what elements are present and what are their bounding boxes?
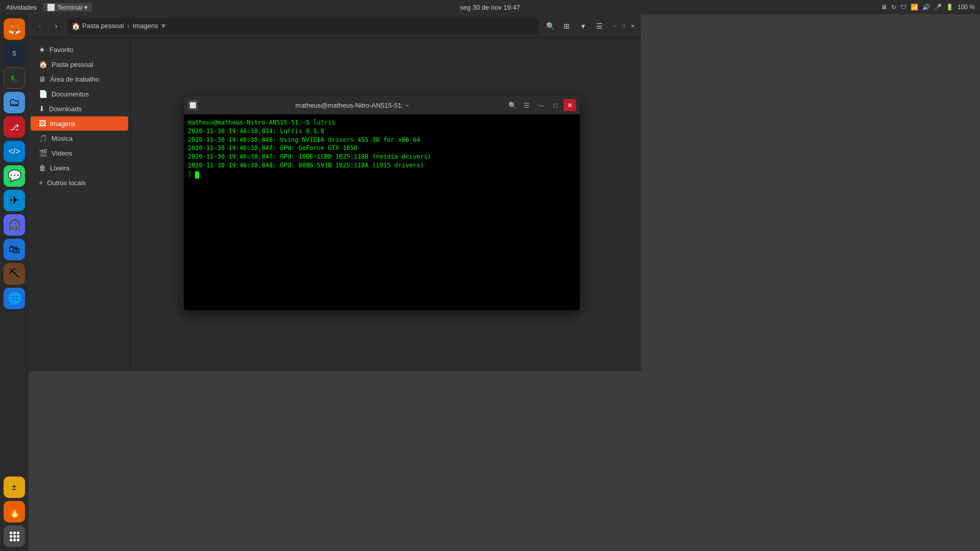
fm-breadcrumb-current[interactable]: Imagens — [133, 22, 158, 30]
shield-icon[interactable]: 🛡 — [899, 4, 908, 11]
dock-item-whatsapp[interactable]: 💬 — [4, 165, 25, 187]
top-bar: Atividades ⬜ Terminal ▾ seg 30 de nov 19… — [0, 0, 980, 14]
sidebar-item-home[interactable]: 🏠 Pasta pessoal — [31, 57, 128, 71]
downloads-icon: ⬇ — [39, 105, 45, 113]
fm-breadcrumb: 🏠 Pasta pessoal › Imagens ▾ — [67, 18, 539, 34]
term-title: matheus@matheus-Nitro-AN515-51: ~ — [201, 102, 503, 109]
svg-rect-2 — [10, 532, 12, 534]
fm-breadcrumb-separator: › — [127, 21, 130, 31]
term-close-button[interactable]: ✕ — [564, 99, 576, 111]
fm-breadcrumb-home[interactable]: 🏠 Pasta pessoal — [71, 22, 124, 30]
dock-item-calculator[interactable]: ± — [4, 477, 25, 498]
dock-item-files[interactable]: 🗂 — [4, 92, 25, 113]
battery-icon[interactable]: 🔋 — [945, 4, 954, 11]
sidebar-item-favorito[interactable]: ★ Favorito — [31, 42, 128, 57]
svg-text:S: S — [12, 50, 16, 57]
sidebar-item-music[interactable]: 🎵 Música — [31, 131, 128, 145]
sidebar-item-other-locations[interactable]: + Outros locais — [31, 176, 128, 190]
dock-item-terminal[interactable]: $_ — [4, 67, 25, 89]
fm-search-button[interactable]: 🔍 — [543, 19, 557, 33]
term-cursor — [195, 171, 199, 179]
trash-icon: 🗑 — [39, 164, 46, 172]
tray-icons: 🖥 ↻ 🛡 📶 🔊 🎤 🔋 100 % — [880, 4, 976, 11]
home-icon: 🏠 — [71, 22, 80, 30]
top-bar-right: 🖥 ↻ 🛡 📶 🔊 🎤 🔋 100 % — [880, 4, 976, 11]
images-icon: 🖼 — [39, 119, 46, 128]
dock-item-appstore[interactable]: 🛍 — [4, 239, 25, 260]
sidebar-item-images[interactable]: 🖼 Imagens — [31, 116, 128, 131]
dock-item-network[interactable]: 🌐 — [4, 288, 25, 309]
music-icon: 🎵 — [39, 134, 47, 142]
fm-window-controls: ─ □ ✕ — [610, 22, 637, 30]
activities-button[interactable]: Atividades — [4, 4, 39, 11]
desktop-icon: 🖥 — [39, 75, 46, 83]
terminal-window: ⬜ matheus@matheus-Nitro-AN515-51: ~ 🔍 ☰ … — [184, 96, 580, 310]
fm-sidebar: ★ Favorito 🏠 Pasta pessoal 🖥 Área de tra… — [29, 38, 131, 371]
svg-rect-9 — [13, 539, 16, 541]
dock-item-vscode[interactable]: </> — [4, 141, 25, 162]
sidebar-item-videos[interactable]: 🎬 Vídeos — [31, 146, 128, 160]
dock-item-firefox2[interactable]: 🔥 — [4, 501, 25, 522]
term-titlebar: ⬜ matheus@matheus-Nitro-AN515-51: ~ 🔍 ☰ … — [184, 96, 580, 114]
svg-rect-8 — [10, 539, 12, 541]
fm-menu-button[interactable]: ☰ — [592, 19, 606, 33]
refresh-icon[interactable]: ↻ — [890, 4, 897, 11]
terminal-icon: ⬜ — [47, 4, 55, 11]
fm-toolbar: ‹ › 🏠 Pasta pessoal › Imagens ▾ 🔍 ⊞ ▾ ☰ … — [29, 14, 641, 38]
sidebar-item-trash[interactable]: 🗑 Lixeira — [31, 161, 128, 175]
term-line-3: 2020-11-30 19:46:38,846: Using NVIDIA dr… — [188, 136, 576, 144]
plus-icon: + — [39, 179, 43, 187]
top-bar-left: Atividades ⬜ Terminal ▾ — [4, 3, 92, 12]
svg-rect-7 — [17, 535, 19, 538]
sidebar-item-downloads[interactable]: ⬇ Downloads — [31, 102, 128, 116]
svg-rect-3 — [13, 532, 16, 534]
term-line-1: matheus@matheus-Nitro-AN515-51:~$ lutris — [188, 118, 576, 127]
fm-close-button[interactable]: ✕ — [629, 22, 637, 30]
fm-breadcrumb-dropdown[interactable]: ▾ — [161, 21, 165, 31]
fm-maximize-button[interactable]: □ — [620, 22, 628, 30]
term-line-6: 2020-11-30 19:46:38,848: GPU: 8086:591B … — [188, 161, 576, 170]
dock-item-discord[interactable]: 🎧 — [4, 214, 25, 236]
sidebar-item-documents[interactable]: 📄 Documentos — [31, 87, 128, 101]
term-line-2: 2020-11-30 19:46:38,834: Lutris 0.5.8 — [188, 127, 576, 136]
terminal-dropdown-icon: ▾ — [84, 4, 88, 11]
desktop: 🦊 S $_ 🗂 ⎇ </> 💬 ✈ 🎧 🛍 ⛏ 🌐 ± 🔥 — [0, 14, 980, 551]
term-maximize-button[interactable]: □ — [549, 99, 561, 111]
term-body[interactable]: matheus@matheus-Nitro-AN515-51:~$ lutris… — [184, 114, 580, 310]
fm-view-list-button[interactable]: ▾ — [576, 19, 590, 33]
term-line-5: 2020-11-30 19:46:38,847: GPU: 10DE:1CBD … — [188, 153, 576, 161]
top-bar-datetime: seg 30 de nov 19:47 — [460, 4, 520, 11]
sidebar-item-desktop[interactable]: 🖥 Área de trabalho — [31, 72, 128, 86]
screen-icon[interactable]: 🖥 — [880, 4, 888, 11]
volume-icon[interactable]: 🔊 — [921, 4, 931, 11]
fm-view-grid-button[interactable]: ⊞ — [559, 19, 574, 33]
microphone-icon[interactable]: 🎤 — [933, 4, 943, 11]
dock-apps-button[interactable] — [4, 525, 25, 547]
term-app-icon: ⬜ — [188, 100, 198, 110]
svg-rect-10 — [17, 539, 19, 541]
dock: 🦊 S $_ 🗂 ⎇ </> 💬 ✈ 🎧 🛍 ⛏ 🌐 ± 🔥 — [0, 14, 29, 551]
fm-forward-button[interactable]: › — [49, 19, 63, 33]
network-icon[interactable]: 📶 — [910, 4, 919, 11]
svg-rect-6 — [13, 535, 16, 538]
dock-item-firefox[interactable]: 🦊 — [4, 18, 25, 40]
term-title-left: ⬜ — [188, 100, 198, 110]
fm-minimize-button[interactable]: ─ — [610, 22, 619, 30]
fm-back-button[interactable]: ‹ — [33, 19, 47, 33]
terminal-label: Terminal — [57, 4, 82, 11]
terminal-indicator[interactable]: ⬜ Terminal ▾ — [43, 3, 92, 12]
dock-item-gitg[interactable]: ⎇ — [4, 116, 25, 138]
svg-rect-4 — [17, 532, 19, 534]
battery-percent: 100 % — [957, 4, 976, 11]
svg-rect-5 — [10, 535, 12, 538]
dock-item-telegram[interactable]: ✈ — [4, 190, 25, 211]
home-icon: 🏠 — [39, 60, 47, 68]
dock-item-minecraft[interactable]: ⛏ — [4, 263, 25, 285]
term-minimize-button[interactable]: ─ — [535, 99, 547, 111]
term-prompt: ] — [188, 170, 576, 179]
term-menu-button[interactable]: ☰ — [521, 99, 533, 111]
dock-item-steam[interactable]: S — [4, 43, 25, 64]
term-line-4: 2020-11-30 19:46:38,847: GPU: GeForce GT… — [188, 144, 576, 153]
term-search-button[interactable]: 🔍 — [506, 99, 519, 111]
videos-icon: 🎬 — [39, 149, 47, 157]
